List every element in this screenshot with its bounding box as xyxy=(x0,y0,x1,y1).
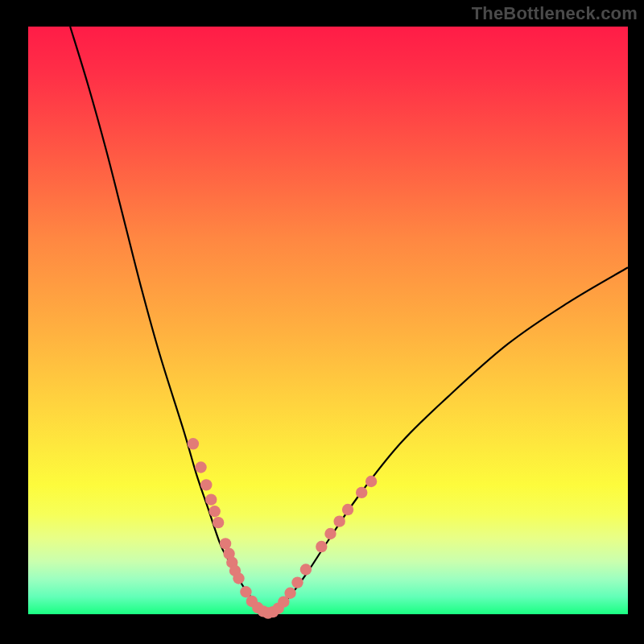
marker-dot xyxy=(333,515,345,526)
watermark-text: TheBottleneck.com xyxy=(472,3,638,24)
marker-dot xyxy=(188,438,199,449)
marker-dot xyxy=(213,517,224,528)
marker-dot xyxy=(195,461,206,473)
marker-dot xyxy=(324,528,336,539)
curve-layer xyxy=(28,27,628,614)
marker-dot xyxy=(291,576,303,588)
left-branch-curve xyxy=(70,27,268,613)
marker-dot xyxy=(356,487,367,498)
marker-dot xyxy=(342,504,353,515)
marker-dots-group xyxy=(188,438,378,619)
marker-dot xyxy=(205,493,217,505)
marker-dot xyxy=(220,538,231,549)
marker-dot xyxy=(233,572,244,584)
marker-dot xyxy=(316,541,327,552)
marker-dot xyxy=(200,479,212,490)
marker-dot xyxy=(208,506,220,517)
marker-dot xyxy=(300,564,312,575)
right-branch-curve xyxy=(268,267,628,613)
plot-area xyxy=(28,27,628,614)
chart-frame: TheBottleneck.com xyxy=(0,0,644,644)
marker-dot xyxy=(284,588,295,599)
marker-dot xyxy=(365,476,377,487)
